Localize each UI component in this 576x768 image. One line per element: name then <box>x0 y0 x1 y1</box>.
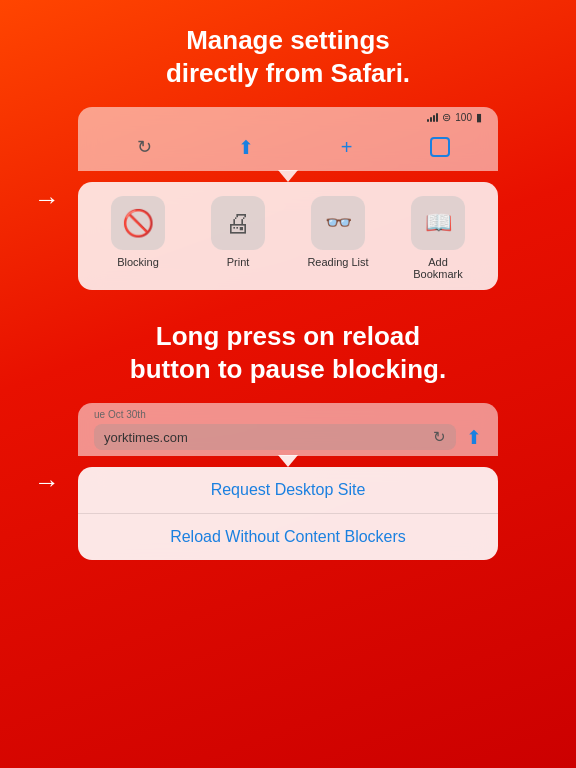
url-row: yorktimes.com ↻ ⬆ <box>94 424 482 450</box>
print-icon: 🖨 <box>225 208 251 239</box>
header-title: Manage settings directly from Safari. <box>126 24 450 89</box>
blocking-icon: 🚫 <box>122 208 154 239</box>
browser-toolbar-bottom: ue Oct 30th yorktimes.com ↻ ⬆ <box>78 403 498 456</box>
url-text: yorktimes.com <box>104 430 188 445</box>
popup-menu-bottom: Request Desktop Site Reload Without Cont… <box>78 467 498 560</box>
reload-icon-bottom[interactable]: ↻ <box>433 428 446 446</box>
caret-down-bottom <box>278 455 298 467</box>
arrow-icon-bottom: → <box>34 466 60 497</box>
popup-item-reading[interactable]: 👓 Reading List <box>302 196 374 268</box>
print-label: Print <box>227 256 250 268</box>
popup-menu-top: 🚫 Blocking 🖨 Print 👓 Reading List 📖 Add … <box>78 182 498 290</box>
battery-icon: ▮ <box>476 111 482 124</box>
blocking-icon-box: 🚫 <box>111 196 165 250</box>
popup-item-bookmark[interactable]: 📖 Add Bookmark <box>402 196 474 280</box>
bookmark-icon: 📖 <box>425 210 452 236</box>
date-label: ue Oct 30th <box>94 409 482 424</box>
popup-item-print[interactable]: 🖨 Print <box>202 196 274 268</box>
toolbar-icons-row: ↻ ⬆ + <box>94 115 482 165</box>
reading-icon: 👓 <box>325 210 352 236</box>
print-icon-box: 🖨 <box>211 196 265 250</box>
reload-without-blockers-item[interactable]: Reload Without Content Blockers <box>78 514 498 560</box>
share-button[interactable]: ⬆ <box>228 129 264 165</box>
new-tab-button[interactable]: + <box>329 129 365 165</box>
request-desktop-item[interactable]: Request Desktop Site <box>78 467 498 514</box>
bookmark-label: Add Bookmark <box>402 256 474 280</box>
browser-mock-top: → ⊜ 100 ▮ ↻ ⬆ + <box>78 107 498 290</box>
blocking-label: Blocking <box>117 256 159 268</box>
browser-toolbar-top: ⊜ 100 ▮ ↻ ⬆ + <box>78 107 498 171</box>
arrow-icon-top: → <box>34 183 60 214</box>
caret-down-top <box>278 170 298 182</box>
wifi-icon: ⊜ <box>442 111 451 124</box>
reading-icon-box: 👓 <box>311 196 365 250</box>
status-bar: ⊜ 100 ▮ <box>427 111 482 124</box>
reading-label: Reading List <box>307 256 368 268</box>
browser-mock-bottom: → ue Oct 30th yorktimes.com ↻ ⬆ Request … <box>78 403 498 560</box>
popup-item-blocking[interactable]: 🚫 Blocking <box>102 196 174 268</box>
reload-button[interactable]: ↻ <box>127 129 163 165</box>
section2-title: Long press on reload button to pause blo… <box>90 320 486 385</box>
tabs-button[interactable] <box>430 137 450 157</box>
signal-icon <box>427 112 438 124</box>
share-icon-bottom[interactable]: ⬆ <box>466 426 482 449</box>
url-field[interactable]: yorktimes.com ↻ <box>94 424 456 450</box>
battery-label: 100 <box>455 112 472 123</box>
bookmark-icon-box: 📖 <box>411 196 465 250</box>
